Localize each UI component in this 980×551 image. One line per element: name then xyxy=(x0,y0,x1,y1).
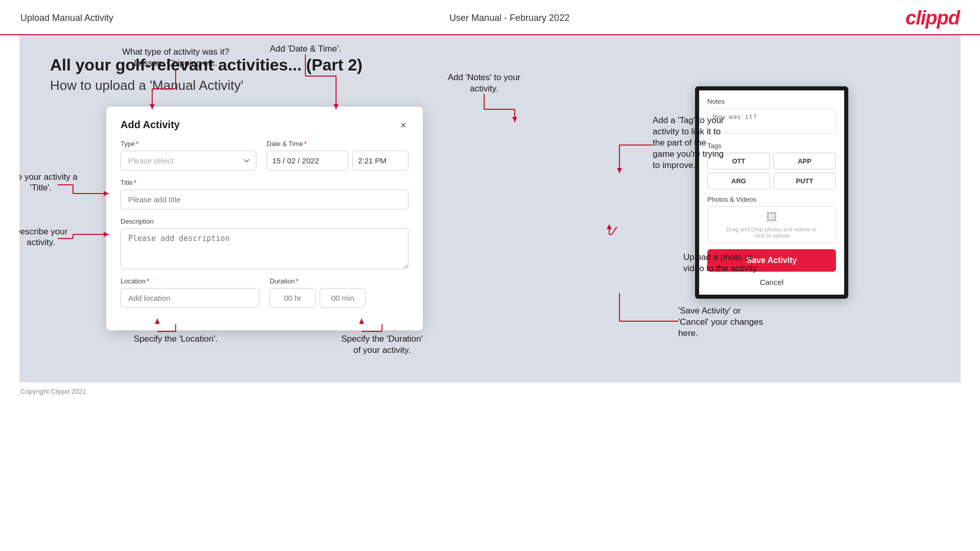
svg-text:'Title'.: 'Title'. xyxy=(30,183,52,193)
notes-section-label: Notes xyxy=(707,98,836,105)
location-input[interactable] xyxy=(121,288,259,308)
datetime-label: Date & Time* xyxy=(267,140,409,148)
cancel-button[interactable]: Cancel xyxy=(707,276,836,290)
dialog-title: Add Activity xyxy=(121,119,180,131)
time-input[interactable] xyxy=(352,151,409,171)
svg-text:Specify the 'Location'.: Specify the 'Location'. xyxy=(134,334,218,344)
description-label: Description xyxy=(121,218,409,225)
tags-section-label: Tags xyxy=(707,142,836,150)
type-datetime-row: Type* Please select Date & Time* xyxy=(121,140,409,171)
footer: Copyright Clippd 2021 xyxy=(0,382,980,400)
page-title-left: Upload Manual Activity xyxy=(20,13,113,23)
svg-text:Give your activity a: Give your activity a xyxy=(19,172,78,182)
tags-grid: OTT APP ARG PUTT xyxy=(707,153,836,189)
location-group: Location* xyxy=(121,277,259,308)
photos-section-label: Photos & Videos xyxy=(707,196,836,203)
main-heading: All your golf-relevant activities... (Pa… xyxy=(50,56,930,75)
main-content: All your golf-relevant activities... (Pa… xyxy=(19,35,961,382)
date-input[interactable] xyxy=(267,151,348,171)
date-time-inputs xyxy=(267,151,409,171)
svg-text:here.: here. xyxy=(678,328,698,338)
svg-marker-39 xyxy=(512,117,517,122)
photo-icon: 🖼 xyxy=(766,211,777,224)
svg-text:Describe your: Describe your xyxy=(19,227,68,236)
page-title-center: User Manual - February 2022 xyxy=(449,13,569,23)
close-button[interactable]: × xyxy=(398,120,409,130)
tag-ott[interactable]: OTT xyxy=(707,153,770,170)
svg-text:of your activity.: of your activity. xyxy=(353,345,411,355)
svg-text:Specify the 'Duration': Specify the 'Duration' xyxy=(341,334,423,344)
duration-min-input[interactable] xyxy=(320,288,366,308)
top-bar: Upload Manual Activity User Manual - Feb… xyxy=(0,0,980,35)
datetime-group: Date & Time* xyxy=(267,140,409,171)
type-label: Type* xyxy=(121,140,256,148)
dialog-header: Add Activity × xyxy=(121,119,409,131)
svg-marker-47 xyxy=(617,168,622,173)
title-group: Title* xyxy=(121,179,409,209)
svg-text:Add 'Date & Time'.: Add 'Date & Time'. xyxy=(270,44,341,54)
location-label: Location* xyxy=(121,277,259,285)
duration-label: Duration* xyxy=(270,277,409,285)
svg-text:'Save Activity' or: 'Save Activity' or xyxy=(678,306,741,316)
type-select[interactable]: Please select xyxy=(121,151,256,171)
description-textarea[interactable] xyxy=(121,228,409,269)
description-group: Description xyxy=(121,218,409,269)
title-input[interactable] xyxy=(121,189,409,209)
add-activity-dialog: Add Activity × Type* Please select Date … xyxy=(106,107,423,330)
tag-app[interactable]: APP xyxy=(773,153,836,170)
title-field-label: Title* xyxy=(121,179,409,186)
duration-group: Duration* xyxy=(270,277,409,308)
logo: clippd xyxy=(905,7,960,29)
tag-arg[interactable]: ARG xyxy=(707,173,770,189)
svg-marker-53 xyxy=(607,224,612,229)
photos-upload-area[interactable]: 🖼 Drag and Drop photos and videos or cli… xyxy=(707,206,836,243)
location-duration-row: Location* Duration* xyxy=(121,277,409,308)
type-group: Type* Please select xyxy=(121,140,256,171)
duration-hr-input[interactable] xyxy=(270,288,316,308)
svg-text:'Cancel' your changes: 'Cancel' your changes xyxy=(678,317,763,327)
svg-text:activity.: activity. xyxy=(27,237,55,247)
svg-line-52 xyxy=(612,227,617,234)
svg-text:to improve.: to improve. xyxy=(653,160,696,170)
notes-textarea[interactable] xyxy=(707,108,836,134)
phone-mockup: Notes Tags OTT APP ARG PUTT Photos & Vid… xyxy=(695,86,848,299)
photos-hint: Drag and Drop photos and videos or click… xyxy=(726,226,817,238)
duration-inputs xyxy=(270,288,409,308)
phone-inner: Notes Tags OTT APP ARG PUTT Photos & Vid… xyxy=(699,90,844,295)
copyright-text: Copyright Clippd 2021 xyxy=(20,388,86,395)
save-activity-button[interactable]: Save Activity xyxy=(707,249,836,272)
tag-putt[interactable]: PUTT xyxy=(773,173,836,189)
